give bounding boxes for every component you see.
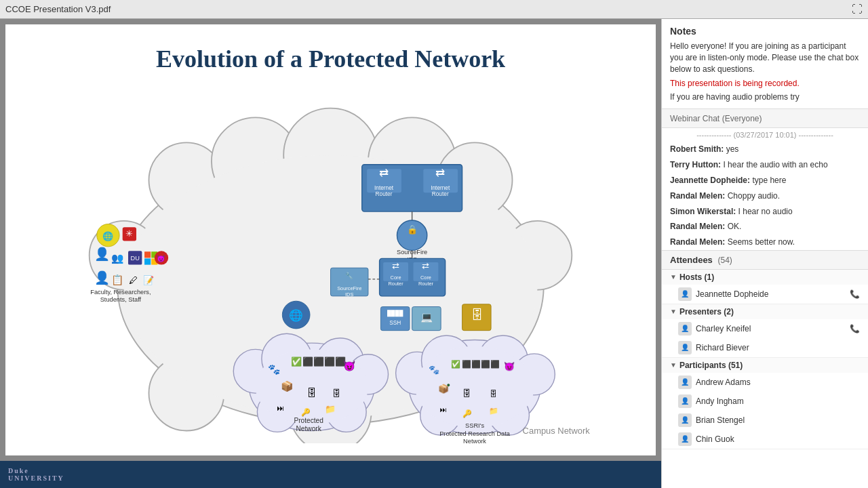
fullscreen-button[interactable]: ⛶: [852, 3, 863, 16]
svg-text:Protected: Protected: [294, 417, 323, 424]
notes-content: Hello everyone! If you are joining as a …: [670, 41, 860, 75]
chat-message: Randal Melen: OK.: [662, 219, 868, 235]
svg-text:🔑: 🔑: [462, 409, 472, 418]
chat-message: Terry Hutton: I hear the audio with an e…: [662, 157, 868, 173]
svg-rect-104: [144, 258, 151, 264]
attendee-item: 👤Chin Guok: [662, 430, 868, 449]
svg-text:📁: 📁: [489, 406, 498, 415]
attendee-item: 👤Brian Stengel: [662, 411, 868, 430]
notes-section: Notes Hello everyone! If you are joining…: [662, 19, 868, 109]
chat-messages: Robert Smith: yesTerry Hutton: I hear th…: [662, 142, 868, 250]
svg-text:Faculty, Researchers,: Faculty, Researchers,: [90, 289, 151, 296]
svg-text:👥: 👥: [111, 252, 124, 264]
svg-text:Protected Research Data: Protected Research Data: [439, 430, 511, 437]
svg-text:📝: 📝: [144, 275, 155, 286]
presenters-chevron: ▼: [670, 308, 677, 315]
svg-text:⇄: ⇄: [435, 167, 445, 180]
notes-audio: If you are having audio problems try: [670, 92, 860, 102]
svg-text:🗄: 🗄: [307, 388, 317, 399]
svg-text:👤: 👤: [94, 270, 111, 285]
slide-body: ⇄ Internet Router ⇄ Internet Router 🔒 So…: [5, 80, 656, 443]
svg-text:🔧: 🔧: [345, 272, 353, 280]
participants-header[interactable]: ▼ Participants (51): [662, 358, 868, 373]
chat-sender: Robert Smith:: [670, 144, 724, 154]
svg-text:⏭: ⏭: [440, 406, 447, 413]
main-content: Evolution of a Protected Network: [0, 19, 868, 488]
hosts-group: ▼ Hosts (1) 👤Jeannette Dopheide📞: [662, 270, 868, 304]
svg-text:🗄: 🗄: [490, 390, 497, 398]
svg-text:🐾: 🐾: [268, 363, 281, 375]
chat-text: yes: [726, 144, 739, 154]
phone-icon: 📞: [850, 289, 860, 299]
avatar: 👤: [678, 287, 692, 301]
chat-sender: Randal Melen:: [670, 237, 725, 247]
svg-text:😈: 😈: [157, 254, 165, 263]
chat-sender: Randal Melen:: [670, 191, 725, 201]
svg-text:😈: 😈: [504, 361, 515, 372]
svg-text:⇄: ⇄: [379, 167, 389, 180]
presenters-header[interactable]: ▼ Presenters (2): [662, 304, 868, 319]
presenters-group: ▼ Presenters (2) 👤Charley Kneifel📞👤Richa…: [662, 304, 868, 358]
attendee-name: Chin Guok: [696, 434, 734, 444]
attendee-item: 👤Charley Kneifel📞: [662, 319, 868, 338]
avatar: 👤: [678, 432, 692, 446]
svg-point-77: [415, 346, 534, 428]
svg-text:SSRI's: SSRI's: [465, 422, 484, 429]
attendee-item: 👤Richard Biever: [662, 338, 868, 357]
duke-footer: Duke UNIVERSITY: [0, 461, 661, 488]
participants-chevron: ▼: [670, 361, 677, 369]
attendee-name: Richard Biever: [696, 343, 749, 352]
svg-text:Core: Core: [391, 274, 401, 281]
svg-text:🐾: 🐾: [429, 365, 440, 375]
attendee-item: 👤Andrew Adams: [662, 373, 868, 392]
avatar: 👤: [678, 341, 692, 354]
chat-text: type here: [752, 176, 786, 185]
svg-text:⏭: ⏭: [277, 404, 284, 412]
svg-text:⬛⬛⬛⬛: ⬛⬛⬛⬛: [462, 359, 500, 369]
svg-text:📋: 📋: [111, 274, 124, 286]
svg-text:📁: 📁: [326, 404, 337, 415]
attendee-name: Jeannette Dopheide: [696, 289, 768, 299]
svg-text:🗄: 🗄: [471, 308, 483, 322]
svg-text:SourceFire: SourceFire: [337, 285, 361, 291]
attendees-header: Attendees (54): [662, 251, 868, 270]
notes-recording: This presentation is being recorded.: [670, 79, 860, 88]
presenters-list: 👤Charley Kneifel📞👤Richard Biever: [662, 319, 868, 357]
duke-logo: Duke UNIVERSITY: [8, 467, 64, 482]
svg-text:████: ████: [387, 310, 403, 317]
slide-container: Evolution of a Protected Network: [5, 24, 656, 455]
avatar: 👤: [678, 394, 692, 408]
title-bar: CCOE Presentation V3.pdf ⛶: [0, 0, 868, 19]
chat-text: I hear no audio: [738, 207, 793, 216]
chat-message: Robert Smith: yes: [662, 142, 868, 157]
chat-message: Randal Melen: Choppy audio.: [662, 188, 868, 204]
svg-text:⬛⬛⬛⬛: ⬛⬛⬛⬛: [302, 357, 347, 367]
attendee-name: Charley Kneifel: [696, 324, 751, 333]
svg-text:🖊: 🖊: [129, 275, 138, 285]
svg-text:👤: 👤: [94, 246, 111, 262]
svg-text:🗄: 🗄: [332, 388, 341, 399]
svg-text:IDS: IDS: [345, 291, 353, 298]
chat-message: Simon Wikerstal: I hear no audio: [662, 204, 868, 220]
svg-text:📦: 📦: [281, 380, 294, 392]
chat-header: Webinar Chat (Everyone): [662, 109, 868, 128]
chat-sender: Randal Melen:: [670, 222, 725, 231]
svg-rect-102: [144, 251, 151, 258]
svg-text:Network: Network: [463, 438, 486, 443]
chat-text: Choppy audio.: [728, 191, 780, 201]
hosts-header[interactable]: ▼ Hosts (1): [662, 270, 868, 285]
chat-audience: (Everyone): [722, 114, 762, 123]
svg-text:Router: Router: [432, 190, 449, 197]
svg-text:Students, Staff: Students, Staff: [100, 296, 142, 303]
chat-message: Randal Melen: Seems better now.: [662, 235, 868, 250]
chat-message: Jeannette Dopheide: type here: [662, 173, 868, 188]
svg-text:🗄: 🗄: [462, 388, 471, 399]
attendee-name: Brian Stengel: [696, 415, 745, 425]
svg-text:💻: 💻: [420, 311, 433, 323]
notes-title: Notes: [670, 26, 860, 37]
attendees-section: Attendees (54) ▼ Hosts (1) 👤Jeannette Do…: [662, 251, 868, 488]
avatar: 👤: [678, 375, 692, 389]
hosts-list: 👤Jeannette Dopheide📞: [662, 285, 868, 304]
attendee-name: Andy Ingham: [696, 396, 744, 406]
attendees-count: (54): [717, 256, 732, 265]
